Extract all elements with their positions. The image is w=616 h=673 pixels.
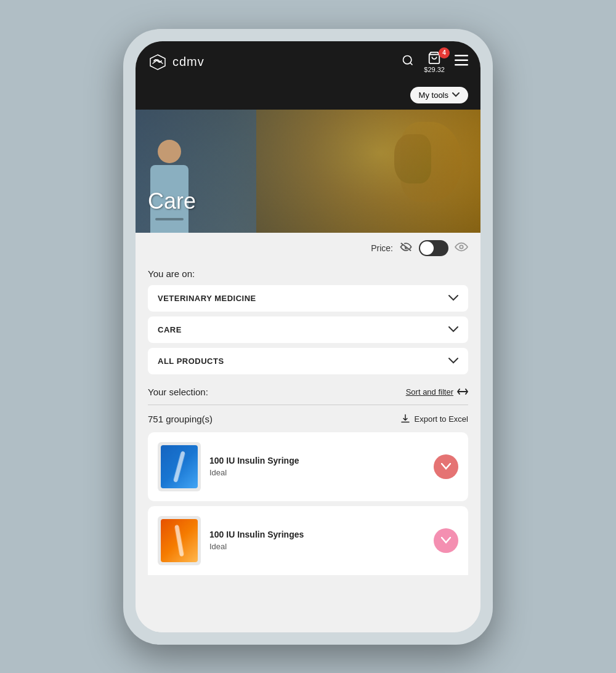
product-card-0: 100 IU Insulin Syringe Ideal [148, 432, 468, 501]
dropdown-level3-label: ALL PRODUCTS [158, 357, 224, 366]
breadcrumb-dropdown-level3[interactable]: ALL PRODUCTS [148, 348, 468, 374]
expand-chevron-0-icon [441, 463, 451, 470]
svg-rect-3 [455, 60, 468, 62]
logo-text: cdmv [172, 55, 205, 69]
search-icon[interactable] [402, 54, 414, 70]
product-name-1: 100 IU Insulin Syringes [209, 530, 425, 539]
product-expand-button-0[interactable] [434, 454, 458, 479]
product-card-1: 100 IU Insulin Syringes Ideal [148, 506, 468, 575]
main-content: Price: You are on: [136, 233, 480, 632]
toggle-knob [420, 241, 434, 255]
section-divider [148, 405, 468, 405]
app-header: cdmv 4 $29.32 [136, 41, 480, 83]
groupings-row: 751 grouping(s) Export to Excel [136, 411, 480, 432]
svg-point-0 [403, 56, 411, 64]
hero-title: Care [148, 188, 196, 214]
eye-slash-icon [399, 241, 413, 255]
breadcrumb-dropdown-level2[interactable]: CARE [148, 316, 468, 343]
eye-open-icon [455, 241, 468, 255]
product-brand-0: Ideal [209, 468, 425, 477]
hero-banner: Care [136, 110, 480, 233]
product-name-0: 100 IU Insulin Syringe [209, 456, 425, 465]
cart-button[interactable]: 4 $29.32 [424, 51, 445, 73]
product-brand-1: Ideal [209, 542, 425, 551]
sort-filter-arrows-icon [457, 387, 468, 396]
product-image-0 [158, 442, 201, 491]
cart-price: $29.32 [424, 66, 445, 73]
selection-row: Your selection: Sort and filter [136, 379, 480, 402]
price-label: Price: [371, 243, 393, 253]
export-to-excel-button[interactable]: Export to Excel [400, 414, 468, 425]
download-icon [400, 414, 411, 425]
syringe-visual-1 [161, 519, 198, 562]
product-image-1 [158, 516, 201, 565]
dropdown-chevron-3-icon [448, 358, 458, 364]
product-info-0: 100 IU Insulin Syringe Ideal [209, 456, 425, 477]
phone-screen: cdmv 4 $29.32 [136, 41, 480, 632]
breadcrumb-dropdown-level1[interactable]: VETERINARY MEDICINE [148, 285, 468, 312]
dropdown-level1-label: VETERINARY MEDICINE [158, 294, 256, 303]
you-are-on-label: You are on: [136, 264, 480, 285]
price-toggle-row: Price: [136, 233, 480, 264]
export-label: Export to Excel [415, 414, 468, 424]
mytools-button[interactable]: My tools [410, 87, 468, 103]
cdmv-logo-icon [148, 52, 168, 72]
groupings-count: 751 grouping(s) [148, 414, 213, 424]
svg-rect-2 [455, 55, 468, 57]
phone-frame: cdmv 4 $29.32 [123, 29, 493, 645]
dropdown-level2-label: CARE [158, 325, 182, 334]
your-selection-label: Your selection: [148, 387, 208, 397]
hamburger-menu-icon[interactable] [455, 55, 468, 69]
logo-area: cdmv [148, 52, 205, 72]
product-expand-button-1[interactable] [434, 528, 458, 553]
sort-filter-button[interactable]: Sort and filter [406, 387, 468, 397]
price-toggle-switch[interactable] [419, 240, 448, 256]
header-right: 4 $29.32 [402, 51, 468, 73]
mytools-label: My tools [419, 91, 448, 100]
cart-badge: 4 [439, 47, 450, 58]
svg-rect-4 [455, 64, 468, 66]
dropdown-chevron-1-icon [448, 295, 458, 301]
product-info-1: 100 IU Insulin Syringes Ideal [209, 530, 425, 551]
syringe-visual-0 [161, 445, 198, 488]
sort-filter-label: Sort and filter [406, 387, 453, 397]
dropdown-chevron-2-icon [448, 326, 458, 332]
expand-chevron-1-icon [441, 537, 451, 544]
svg-point-5 [460, 245, 463, 248]
mytools-chevron-icon [452, 92, 460, 97]
mytools-bar: My tools [136, 83, 480, 110]
